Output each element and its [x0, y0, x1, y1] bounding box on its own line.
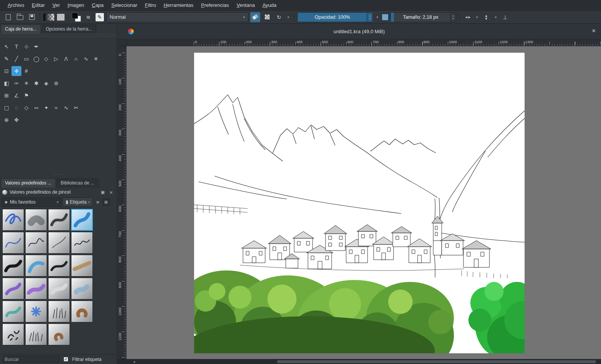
- brush-preset[interactable]: [48, 324, 70, 345]
- menu-item[interactable]: Ayuda: [259, 1, 280, 10]
- brush-preset[interactable]: [71, 255, 93, 277]
- brush-preset[interactable]: [25, 209, 47, 231]
- crop-tool[interactable]: #: [21, 66, 31, 76]
- brush-preset[interactable]: [2, 301, 24, 322]
- menu-item[interactable]: Archivo: [4, 1, 28, 10]
- preset-view-options-button[interactable]: ⊞: [103, 199, 110, 205]
- edit-shapes-tool[interactable]: ⊹: [21, 42, 31, 52]
- scrollbar-thumb[interactable]: [277, 360, 596, 363]
- open-document-button[interactable]: [15, 12, 25, 22]
- brush-preset[interactable]: [25, 255, 47, 277]
- tag-filter-combobox[interactable]: ★ Mis favoritos ▾: [2, 197, 61, 207]
- freehand-brush-tool[interactable]: ✎: [2, 54, 11, 64]
- gradient-chooser-button[interactable]: [43, 13, 55, 21]
- pattern-chooser-button[interactable]: [57, 13, 65, 21]
- close-docker-button[interactable]: ×: [108, 189, 114, 196]
- dynamic-brush-tool[interactable]: ∿: [81, 54, 91, 64]
- new-document-button[interactable]: [3, 12, 13, 22]
- save-document-button[interactable]: [27, 12, 37, 22]
- mirror-horizontal-dropdown[interactable]: ▾: [475, 12, 480, 22]
- display-mode-menu-button[interactable]: ≡: [94, 199, 101, 205]
- dock-tab[interactable]: Caja de herra...: [1, 24, 41, 34]
- rectangular-select-tool[interactable]: ▢: [2, 103, 11, 113]
- measure-tool[interactable]: ∠: [11, 91, 21, 100]
- brush-preset[interactable]: [2, 255, 24, 277]
- brush-preset[interactable]: [71, 209, 93, 231]
- colorize-mask-tool[interactable]: ☀: [21, 78, 31, 88]
- wrap-around-mode-button[interactable]: ⊥: [500, 12, 510, 22]
- brush-preset[interactable]: [48, 278, 70, 299]
- opacity-slider[interactable]: Opacidad: 100% ▴ ▾: [297, 12, 373, 22]
- brush-preset[interactable]: [71, 232, 93, 254]
- edit-brush-settings-button[interactable]: ✎: [95, 13, 104, 22]
- opacity-spinner[interactable]: ▴ ▾: [367, 13, 373, 22]
- rectangle-tool[interactable]: ▭: [21, 54, 31, 64]
- dock-tab[interactable]: Opciones de la herra...: [42, 24, 96, 34]
- pan-tool[interactable]: ✥: [11, 115, 21, 125]
- brush-preset[interactable]: [25, 301, 47, 322]
- menu-item[interactable]: Imagen: [64, 1, 88, 10]
- brush-preset[interactable]: [48, 255, 70, 277]
- polygonal-select-tool[interactable]: ◇: [21, 103, 31, 113]
- gradient-tool[interactable]: ◧: [2, 78, 11, 88]
- menu-item[interactable]: Seleccionar: [107, 1, 141, 10]
- toolbox-docker-titlebar[interactable]: [0, 34, 117, 39]
- transform-tool[interactable]: ⊡: [2, 66, 11, 76]
- move-tool[interactable]: ✛: [11, 66, 21, 76]
- menu-item[interactable]: Filtro: [141, 1, 160, 10]
- menu-item[interactable]: Preferencias: [197, 1, 233, 10]
- dock-splitter-handle[interactable]: ·····: [0, 173, 117, 178]
- menu-item[interactable]: Capa: [88, 1, 107, 10]
- dock-tab[interactable]: Valores predefinidos ...: [1, 178, 56, 188]
- enclose-fill-tool[interactable]: ⊚: [51, 78, 61, 88]
- canvas[interactable]: [194, 53, 525, 353]
- close-document-button[interactable]: ×: [592, 28, 596, 34]
- fill-tool[interactable]: ◈: [41, 78, 51, 88]
- eraser-mode-button[interactable]: [250, 12, 260, 22]
- ellipse-tool[interactable]: ◯: [31, 54, 41, 64]
- calligraphy-tool[interactable]: ✒: [31, 42, 41, 52]
- brush-size-preview-swatch[interactable]: [382, 14, 389, 21]
- filter-tag-checkbox[interactable]: ✓: [63, 357, 68, 362]
- brush-size-slider[interactable]: Tamaño: 2,18 px ▴ ▾: [390, 12, 456, 22]
- brush-preset[interactable]: [71, 278, 93, 299]
- freehand-path-tool[interactable]: ∩: [71, 54, 81, 64]
- brush-preset-dropdown[interactable]: ▾: [286, 12, 291, 22]
- menu-item[interactable]: Ver: [49, 1, 64, 10]
- contiguous-select-tool[interactable]: ✦: [41, 103, 51, 113]
- float-docker-button[interactable]: ▣: [100, 190, 106, 195]
- menu-item[interactable]: Editar: [28, 1, 49, 10]
- text-tool[interactable]: T: [11, 42, 21, 52]
- multibrush-tool[interactable]: ✳: [91, 54, 101, 64]
- color-sampler-tool[interactable]: ✑: [11, 78, 21, 88]
- bezier-select-tool[interactable]: ∿: [61, 103, 71, 113]
- brush-preset[interactable]: [48, 301, 70, 322]
- elliptical-select-tool[interactable]: ◌: [11, 103, 21, 113]
- mirror-horizontal-button[interactable]: ◄►: [463, 12, 473, 22]
- reload-original-preset-button[interactable]: ↻: [274, 12, 284, 22]
- canvas-scroll-area[interactable]: [126, 46, 601, 359]
- reference-images-tool[interactable]: ⚑: [21, 91, 31, 100]
- line-tool[interactable]: ╱: [11, 54, 21, 64]
- search-input[interactable]: [2, 356, 60, 363]
- brush-preset[interactable]: [25, 232, 47, 254]
- polygon-tool[interactable]: ◇: [41, 54, 51, 64]
- brush-preset[interactable]: [25, 278, 47, 299]
- zoom-tool[interactable]: ⊕: [2, 115, 11, 125]
- magnetic-select-tool[interactable]: ✂: [71, 103, 81, 113]
- scroll-left-arrow[interactable]: ◂: [131, 359, 137, 364]
- menu-item[interactable]: Herramientas: [160, 1, 197, 10]
- mirror-vertical-button[interactable]: ◄►: [481, 12, 491, 22]
- brush-preset[interactable]: [48, 232, 70, 254]
- fg-bg-color-selector[interactable]: [71, 12, 81, 22]
- opacity-dropdown[interactable]: ▾: [375, 12, 380, 22]
- brush-preset[interactable]: [48, 209, 70, 231]
- freehand-select-tool[interactable]: ∾: [31, 103, 41, 113]
- tag-button[interactable]: ▮ Etiqueta ▾: [63, 197, 93, 207]
- select-shapes-tool[interactable]: ↖: [2, 42, 11, 52]
- brush-preset[interactable]: [2, 324, 24, 345]
- dock-tab[interactable]: Bibliotecas de ...: [57, 178, 99, 188]
- brush-preset[interactable]: [25, 324, 47, 345]
- brush-preset[interactable]: [2, 232, 24, 254]
- preserve-alpha-button[interactable]: [262, 12, 272, 22]
